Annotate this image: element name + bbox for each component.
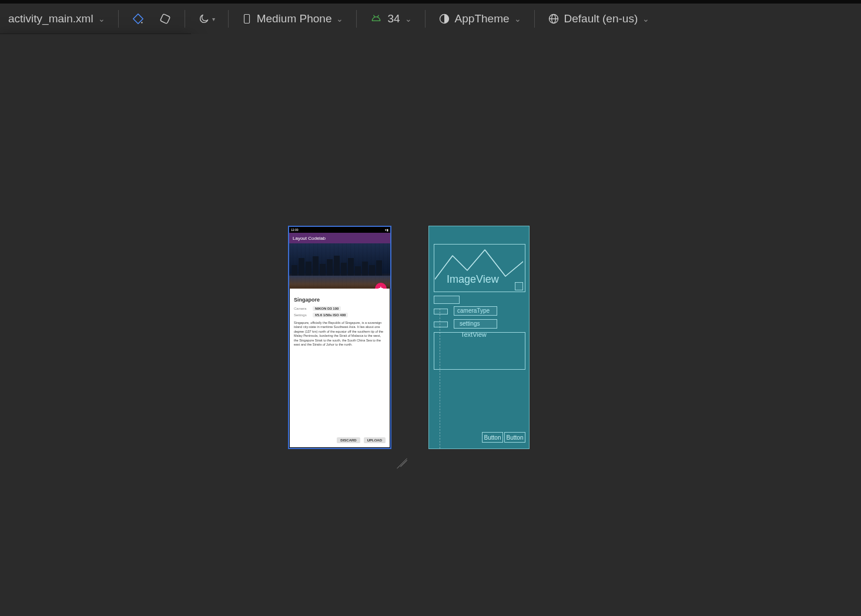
separator [425,10,426,28]
bp-settings-label: settings [460,320,480,327]
file-dropdown[interactable]: activity_main.xml ⌄ [2,10,111,28]
chevron-down-icon: ▾ [212,16,215,22]
bp-button-left-label: Button [484,434,501,441]
orientation-button[interactable] [153,10,177,28]
chevron-down-icon: ⌄ [405,14,412,24]
theme-label: AppTheme [455,12,510,25]
blueprint-preview[interactable]: ImageView cameraType settings TextView B… [428,226,530,449]
theme-icon [438,13,450,25]
bp-settings-label-box[interactable] [434,322,448,327]
star-icon: ★ [378,285,384,289]
bp-button-right[interactable]: Button [504,432,525,443]
settings-value: f/5.6 1/50s ISO 400 [313,313,348,317]
bp-imageview-label: ImageView [447,273,499,286]
resize-handle[interactable] [394,453,410,468]
moon-icon [198,13,210,25]
svg-rect-2 [244,15,249,24]
bp-button-left[interactable]: Button [482,432,503,443]
chevron-down-icon: ⌄ [514,14,521,24]
content-area: Singapore Camera NIKON D3 100 Settings f… [289,289,390,351]
device-label: Medium Phone [257,12,332,25]
status-icons: ▾▮ [385,228,388,232]
camera-value: NIKON D3 100 [313,306,341,311]
separator [185,10,185,28]
design-toolbar: activity_main.xml ⌄ ▾ Medium Phone ⌄ 34 [0,0,861,34]
bp-corner-handle[interactable] [515,282,523,290]
button-row: DISCARD UPLOAD [337,437,386,443]
locale-dropdown[interactable]: Default (en-us) ⌄ [542,10,656,28]
design-mode-button[interactable] [126,10,150,28]
description-text: Singapore, officially the Republic of Si… [294,321,386,347]
bp-camera-label: cameraType [457,307,490,314]
bp-title-box[interactable] [434,296,460,304]
design-canvas[interactable]: 12:00 ▾▮ Layout Codelab ★ Singapore Came… [0,34,861,616]
settings-label: Settings [294,313,309,317]
chevron-down-icon: ⌄ [336,14,343,24]
city-title: Singapore [294,297,386,303]
file-name-label: activity_main.xml [8,12,93,25]
camera-label: Camera [294,307,309,310]
bp-guideline[interactable] [440,309,440,448]
app-title: Layout Codelab [293,236,326,241]
globe-icon [548,13,560,25]
bp-textview-label: TextView [461,331,487,338]
chevron-down-icon: ⌄ [642,14,649,24]
api-dropdown[interactable]: 34 ⌄ [364,10,417,28]
chevron-down-icon: ⌄ [98,14,105,24]
separator [118,10,119,28]
app-bar: Layout Codelab [289,233,390,243]
separator [228,10,229,28]
status-bar: 12:00 ▾▮ [289,227,390,233]
locale-label: Default (en-us) [564,12,638,25]
theme-dropdown[interactable]: AppTheme ⌄ [433,10,527,28]
bp-button-right-label: Button [507,434,524,441]
rotate-icon [159,12,172,25]
hero-image: ★ [289,243,390,289]
android-icon [370,13,383,25]
device-dropdown[interactable]: Medium Phone ⌄ [236,10,350,28]
api-label: 34 [387,12,400,25]
separator [534,10,535,28]
upload-button[interactable]: UPLOAD [364,437,386,443]
status-time: 12:00 [291,228,299,232]
bp-camera-label-box[interactable] [434,309,448,314]
night-mode-button[interactable]: ▾ [192,11,221,27]
phone-icon [242,12,252,25]
separator [356,10,357,28]
svg-point-0 [141,22,142,23]
svg-line-3 [374,15,375,17]
discard-button[interactable]: DISCARD [337,437,360,443]
svg-rect-1 [160,14,170,24]
svg-line-4 [378,15,379,17]
design-icon [132,12,145,25]
design-preview[interactable]: 12:00 ▾▮ Layout Codelab ★ Singapore Came… [288,226,391,449]
